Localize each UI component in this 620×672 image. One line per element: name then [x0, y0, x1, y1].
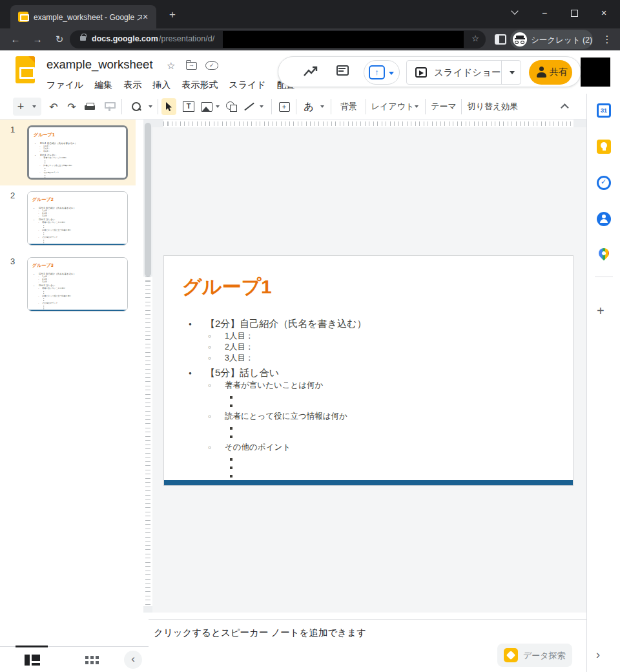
- comment-history-icon[interactable]: [336, 65, 349, 76]
- share-button[interactable]: 共有: [529, 60, 572, 85]
- zoom-dropdown-icon[interactable]: [146, 94, 155, 120]
- slide-body-text[interactable]: 【2分】自己紹介（氏名を書き込む）1人目：2人目：3人目：【5分】話し合い著者が…: [164, 317, 573, 478]
- paint-format-icon[interactable]: [102, 94, 116, 120]
- move-folder-icon[interactable]: [186, 62, 197, 70]
- side-panel-icon[interactable]: [495, 34, 506, 45]
- google-tasks-icon[interactable]: [597, 176, 611, 190]
- menu-file[interactable]: ファイル: [46, 77, 83, 92]
- zoom-tool-icon[interactable]: [129, 94, 143, 120]
- present-dropdown-icon[interactable]: [389, 72, 394, 75]
- grid-view-icon[interactable]: [85, 656, 99, 665]
- text-format-tool[interactable]: あ: [301, 94, 316, 120]
- textbox-tool-icon[interactable]: T: [181, 94, 196, 120]
- activity-trend-icon[interactable]: [303, 65, 318, 79]
- select-tool-button[interactable]: [161, 98, 176, 115]
- slideshow-button[interactable]: スライドショー: [406, 60, 521, 85]
- google-keep-icon[interactable]: [597, 140, 611, 154]
- bookmark-star-icon[interactable]: ☆: [471, 34, 479, 43]
- slide-title[interactable]: グループ1: [182, 274, 272, 300]
- background-button[interactable]: 背景: [337, 94, 360, 120]
- slides-logo-icon[interactable]: [16, 56, 35, 83]
- new-slide-plus-icon[interactable]: +: [14, 94, 27, 120]
- layout-dropdown-icon[interactable]: [412, 94, 421, 120]
- window-close-icon[interactable]: ×: [589, 0, 619, 26]
- forward-icon[interactable]: →: [28, 30, 46, 48]
- bullet-item: [164, 399, 573, 408]
- cursor-icon: [165, 101, 174, 112]
- speaker-notes-area[interactable]: クリックするとスピーカー ノートを追加できます データ探索: [149, 619, 586, 672]
- slideshow-play-icon: [415, 67, 427, 78]
- window-minimize-icon[interactable]: −: [530, 0, 559, 26]
- menu-view[interactable]: 表示: [123, 77, 141, 92]
- incognito-label: シークレット (2): [531, 35, 592, 46]
- undo-icon[interactable]: ↶: [46, 94, 61, 120]
- back-icon[interactable]: ←: [6, 30, 25, 48]
- slide-thumbnail[interactable]: グループ1 【2分】自己紹介（氏名を書き込む）1人目：2人目：3人目：【5分】話…: [27, 125, 128, 180]
- expand-panel-icon[interactable]: ›: [596, 648, 600, 662]
- explore-label: データ探索: [523, 650, 566, 662]
- tab-search-icon[interactable]: [500, 0, 530, 26]
- notes-resize-handle[interactable]: [152, 613, 586, 619]
- app-header: example_worksheet ☆ ファイル 編集 表示 挿入 表示形式 ス…: [0, 50, 620, 94]
- bullet-item: [28, 292, 127, 294]
- add-addon-icon[interactable]: +: [597, 304, 604, 319]
- reload-icon[interactable]: ↻: [50, 30, 68, 48]
- share-person-icon: [536, 66, 548, 78]
- hide-menus-icon[interactable]: [561, 103, 569, 112]
- account-avatar[interactable]: [581, 58, 610, 87]
- browser-tab[interactable]: example_worksheet - Google スラ ×: [10, 5, 156, 28]
- filmstrip-slide-row[interactable]: 3 グループ3 【2分】自己紹介（氏名を書き込む）1人目：2人目：3人目：【5分…: [0, 251, 136, 317]
- google-contacts-icon[interactable]: [597, 212, 611, 226]
- filmstrip-slide-row[interactable]: 1 グループ1 【2分】自己紹介（氏名を書き込む）1人目：2人目：3人目：【5分…: [0, 120, 136, 185]
- menu-insert[interactable]: 挿入: [152, 77, 170, 92]
- filmstrip-slide-row[interactable]: 2 グループ2 【2分】自己紹介（氏名を書き込む）1人目：2人目：3人目：【5分…: [0, 185, 136, 251]
- slide-thumbnail[interactable]: グループ2 【2分】自己紹介（氏名を書き込む）1人目：2人目：3人目：【5分】話…: [27, 191, 128, 246]
- print-icon[interactable]: [83, 94, 97, 120]
- document-title[interactable]: example_worksheet: [46, 58, 153, 72]
- window-maximize-icon[interactable]: [559, 0, 589, 26]
- slideshow-dropdown-icon[interactable]: [510, 71, 515, 74]
- present-arrow-icon: ↑: [369, 65, 385, 79]
- tab-close-icon[interactable]: ×: [140, 11, 151, 23]
- lock-icon: [80, 36, 86, 41]
- filmstrip-view-icon[interactable]: [25, 655, 40, 666]
- menu-format[interactable]: 表示形式: [181, 77, 218, 92]
- speaker-notes-placeholder[interactable]: クリックするとスピーカー ノートを追加できます: [154, 627, 366, 639]
- active-view-indicator: [16, 646, 48, 647]
- add-comment-icon[interactable]: +: [276, 94, 292, 120]
- google-calendar-icon[interactable]: 31: [597, 103, 611, 118]
- line-tool-icon[interactable]: [242, 94, 257, 120]
- new-tab-button[interactable]: +: [165, 8, 180, 22]
- url-path: /presentation/d/: [159, 34, 214, 43]
- bullet-item: 1人目：: [164, 331, 573, 342]
- present-button[interactable]: ↑: [364, 60, 400, 85]
- bullet-item: 3人目：: [28, 215, 127, 218]
- explore-button[interactable]: データ探索: [497, 644, 572, 667]
- bullet-item: 3人目：: [164, 353, 573, 364]
- line-dropdown-icon[interactable]: [257, 94, 266, 120]
- text-format-dropdown-icon[interactable]: [318, 94, 327, 120]
- slide-number: 1: [10, 125, 15, 134]
- layout-button[interactable]: レイアウト: [372, 94, 413, 120]
- image-tool-icon[interactable]: [199, 94, 214, 120]
- google-maps-icon[interactable]: [597, 248, 611, 262]
- current-slide[interactable]: グループ1 【2分】自己紹介（氏名を書き込む）1人目：2人目：3人目：【5分】話…: [163, 255, 574, 486]
- bullet-item: その他のポイント: [164, 442, 573, 453]
- chrome-menu-icon[interactable]: ⋮: [601, 32, 614, 47]
- new-slide-dropdown-icon[interactable]: [30, 94, 39, 120]
- transition-button[interactable]: 切り替え効果: [466, 94, 519, 120]
- shape-tool-icon[interactable]: [223, 94, 239, 120]
- menu-slide[interactable]: スライド: [229, 77, 265, 92]
- theme-button[interactable]: テーマ: [430, 94, 457, 120]
- bullet-item: 2人目：: [164, 342, 573, 353]
- vertical-scrollbar-thumb[interactable]: [145, 123, 151, 277]
- url-bar[interactable]: docs.google.com /presentation/d/ ☆: [70, 30, 486, 48]
- cloud-saved-icon[interactable]: [205, 61, 218, 70]
- redo-icon[interactable]: ↷: [65, 94, 79, 120]
- collapse-filmstrip-icon[interactable]: ‹: [124, 651, 142, 669]
- slide-thumbnail[interactable]: グループ3 【2分】自己紹介（氏名を書き込む）1人目：2人目：3人目：【5分】話…: [27, 257, 128, 311]
- image-dropdown-icon[interactable]: [213, 94, 222, 120]
- bullet-item: [164, 430, 573, 439]
- star-document-icon[interactable]: ☆: [167, 60, 175, 72]
- menu-edit[interactable]: 編集: [94, 77, 112, 92]
